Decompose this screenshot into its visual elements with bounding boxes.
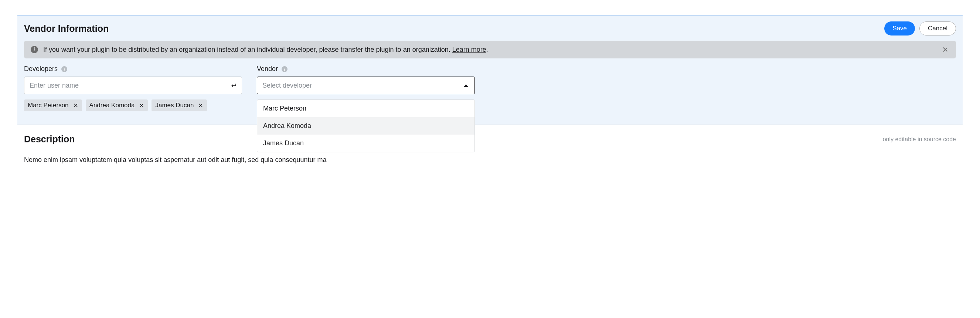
info-alert: i If you want your plugin to be distribu…	[24, 41, 956, 58]
remove-icon[interactable]	[73, 103, 78, 108]
caret-up-icon	[463, 83, 469, 87]
dropdown-item[interactable]: Andrea Komoda	[257, 117, 474, 134]
developer-chip: Marc Peterson	[24, 99, 82, 111]
vendor-select[interactable]: Select developer	[257, 77, 475, 94]
description-note: only editable in source code	[883, 136, 956, 143]
alert-message: If you want your plugin to be distribute…	[43, 46, 452, 53]
description-title: Description	[24, 134, 75, 145]
developers-label: Developers	[24, 65, 58, 73]
save-button[interactable]: Save	[884, 21, 915, 35]
vendor-label: Vendor	[257, 65, 278, 73]
remove-icon[interactable]	[139, 103, 144, 108]
description-body-wrap: Nemo enim ipsam voluptatem quia voluptas…	[24, 155, 956, 164]
developer-chips: Marc PetersonAndrea KomodaJames Ducan	[24, 99, 242, 111]
description-body: Nemo enim ipsam voluptatem quia voluptas…	[24, 155, 956, 164]
developer-chip: Andrea Komoda	[86, 99, 148, 111]
learn-more-link[interactable]: Learn more	[452, 46, 486, 53]
chip-label: Marc Peterson	[28, 102, 69, 109]
developers-input[interactable]	[24, 77, 242, 94]
dropdown-item[interactable]: Marc Peterson	[257, 100, 474, 117]
chip-label: Andrea Komoda	[89, 102, 135, 109]
description-header: Description only editable in source code	[24, 134, 956, 145]
info-icon: i	[31, 46, 38, 53]
close-icon[interactable]	[941, 45, 949, 54]
vendor-select-wrap: Select developer Marc PetersonAndrea Kom…	[257, 77, 475, 94]
alert-period: .	[486, 46, 488, 53]
alert-text: If you want your plugin to be distribute…	[43, 46, 936, 54]
vendor-label-row: Vendor i	[257, 65, 475, 73]
vendor-dropdown: Marc PetersonAndrea KomodaJames Ducan	[257, 99, 475, 152]
enter-icon	[230, 82, 237, 89]
cancel-button[interactable]: Cancel	[920, 21, 956, 35]
chip-label: James Ducan	[155, 102, 194, 109]
developers-field: Developers i Marc PetersonAndrea KomodaJ…	[24, 65, 242, 111]
action-buttons: Save Cancel	[884, 21, 956, 35]
dropdown-item[interactable]: James Ducan	[257, 134, 474, 152]
info-icon[interactable]: i	[61, 66, 67, 72]
developers-input-wrap	[24, 77, 242, 94]
vendor-select-placeholder: Select developer	[262, 82, 312, 89]
description-section: Description only editable in source code…	[0, 125, 980, 164]
panel-header: Vendor Information Save Cancel	[18, 16, 963, 41]
developer-chip: James Ducan	[151, 99, 207, 111]
remove-icon[interactable]	[198, 103, 203, 108]
info-icon[interactable]: i	[282, 66, 288, 72]
vendor-info-panel: Vendor Information Save Cancel i If you …	[18, 15, 963, 125]
developers-label-row: Developers i	[24, 65, 242, 73]
vendor-info-title: Vendor Information	[24, 23, 109, 34]
form-row: Developers i Marc PetersonAndrea KomodaJ…	[18, 65, 963, 111]
vendor-field: Vendor i Select developer Marc PetersonA…	[257, 65, 475, 111]
